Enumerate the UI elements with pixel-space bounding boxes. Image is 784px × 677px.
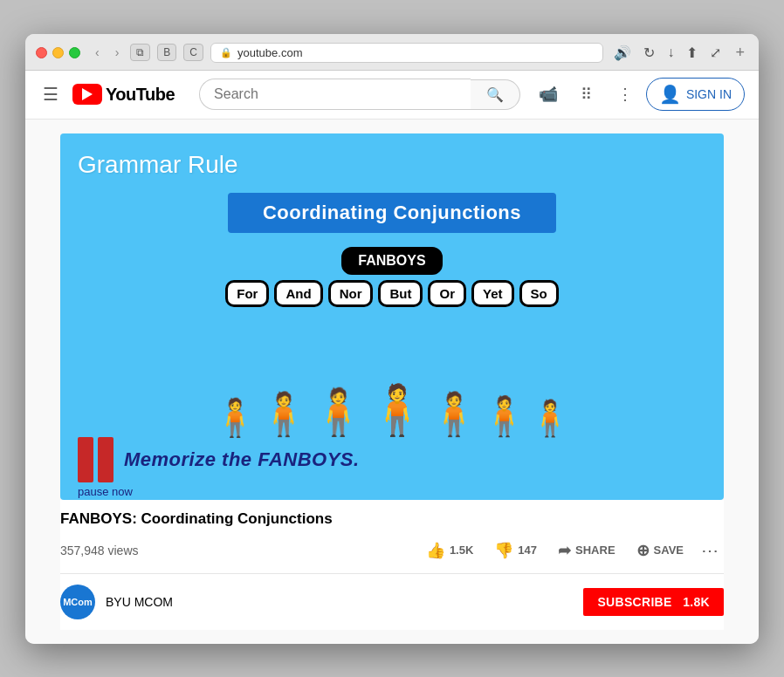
- character-6: 🧍: [480, 393, 528, 439]
- character-2: 🧍: [258, 390, 310, 439]
- pause-bar-1: [78, 437, 93, 482]
- video-scene: 🧍 🧍 🧍 🧍 🧍 🧍 🧍: [60, 238, 724, 439]
- subscribe-label: SUBSCRIBE: [597, 595, 671, 609]
- share-icon: ➦: [558, 541, 571, 560]
- fullscreen-button[interactable]: ⤢: [706, 43, 725, 63]
- create-icon: 📹: [539, 85, 558, 104]
- channel-avatar[interactable]: MCom: [60, 585, 95, 619]
- browser-window: ‹ › ⧉ B C 🔒 🔊 ↻ ↓ ⬆ ⤢ + ☰ YouTube �: [25, 34, 759, 644]
- dislike-button[interactable]: 👎 147: [485, 536, 546, 565]
- speaker-button[interactable]: 🔊: [610, 43, 635, 63]
- subscribe-button[interactable]: SUBSCRIBE 1.8K: [583, 588, 724, 616]
- forward-button[interactable]: ›: [111, 44, 124, 61]
- back-button[interactable]: ‹: [91, 44, 104, 61]
- avatar-text: MCom: [63, 597, 93, 607]
- video-views: 357,948 views: [60, 544, 139, 557]
- more-actions-button[interactable]: ⋯: [696, 535, 724, 566]
- coordinating-box: Coordinating Conjunctions: [228, 193, 556, 233]
- channel-name[interactable]: BYU MCOM: [106, 595, 173, 609]
- character-7: 🧍: [528, 398, 572, 439]
- title-bar: ‹ › ⧉ B C 🔒 🔊 ↻ ↓ ⬆ ⤢ +: [25, 34, 759, 71]
- extension1-button[interactable]: B: [157, 44, 176, 61]
- lock-icon: 🔒: [220, 47, 232, 58]
- youtube-logo-text: YouTube: [106, 85, 175, 105]
- sign-in-button[interactable]: 👤 SIGN IN: [646, 78, 745, 111]
- apps-icon: ⠿: [581, 85, 592, 104]
- dislike-count: 147: [518, 544, 537, 557]
- address-bar-wrapper: 🔒: [210, 43, 603, 63]
- extension2-button[interactable]: C: [183, 44, 203, 61]
- toolbar-icons: 🔊 ↻ ↓ ⬆ ⤢: [610, 43, 725, 63]
- channel-left: MCom BYU MCOM: [60, 585, 173, 619]
- share-button[interactable]: ⬆: [683, 43, 701, 63]
- save-button[interactable]: ⊕ SAVE: [628, 536, 692, 565]
- more-icon: ⋮: [617, 85, 633, 104]
- reload-button[interactable]: ↻: [640, 43, 658, 63]
- new-tab-button[interactable]: +: [732, 44, 748, 62]
- character-1: 🧍: [212, 396, 258, 439]
- youtube-navbar: ☰ YouTube 🔍 📹 ⠿ ⋮ 👤 SIGN: [25, 71, 759, 120]
- search-button[interactable]: 🔍: [471, 79, 520, 110]
- dislike-icon: 👎: [494, 541, 513, 560]
- like-button[interactable]: 👍 1.5K: [417, 536, 482, 565]
- character-4: 🧍: [367, 381, 428, 439]
- search-icon: 🔍: [486, 87, 504, 102]
- search-form: 🔍: [199, 79, 520, 110]
- more-button[interactable]: ⋮: [608, 77, 643, 112]
- video-player[interactable]: Grammar Rule Coordinating Conjunctions F…: [60, 133, 724, 500]
- nav-right: 📹 ⠿ ⋮ 👤 SIGN IN: [531, 77, 745, 112]
- menu-button[interactable]: ☰: [39, 80, 62, 108]
- maximize-button[interactable]: [69, 47, 80, 58]
- video-actions: 👍 1.5K 👎 147 ➦ SHARE ⊕ SAVE: [417, 535, 724, 566]
- main-content: Grammar Rule Coordinating Conjunctions F…: [25, 120, 759, 644]
- search-input[interactable]: [199, 79, 471, 110]
- pause-container: pause now: [78, 437, 113, 482]
- address-input[interactable]: [237, 46, 594, 59]
- video-title: FANBOYS: Coordinating Conjunctions: [60, 510, 724, 528]
- save-icon: ⊕: [636, 541, 650, 560]
- share-button[interactable]: ➦ SHARE: [549, 536, 624, 565]
- pause-icon: [78, 437, 113, 482]
- subscriber-count: 1.8K: [683, 595, 710, 609]
- like-icon: 👍: [426, 541, 445, 560]
- divider: [60, 573, 724, 574]
- video-bottom-bar: pause now Memorize the FANBOYS.: [78, 437, 360, 482]
- traffic-lights: [36, 47, 80, 58]
- share-label: SHARE: [575, 544, 616, 557]
- download-button[interactable]: ↓: [664, 43, 677, 62]
- memorize-text: Memorize the FANBOYS.: [124, 448, 360, 471]
- apps-button[interactable]: ⠿: [569, 77, 604, 112]
- save-label: SAVE: [654, 544, 684, 557]
- video-meta-row: 357,948 views 👍 1.5K 👎 147 ➦ SHARE: [60, 535, 724, 566]
- youtube-logo-icon: [72, 84, 102, 105]
- user-icon: 👤: [659, 84, 681, 105]
- video-info: FANBOYS: Coordinating Conjunctions 357,9…: [60, 500, 724, 630]
- tab-icon[interactable]: ⧉: [130, 44, 150, 61]
- close-button[interactable]: [36, 47, 47, 58]
- character-5: 🧍: [428, 390, 480, 439]
- like-count: 1.5K: [450, 544, 473, 557]
- channel-row: MCom BYU MCOM SUBSCRIBE 1.8K: [60, 581, 724, 623]
- grammar-rule-title: Grammar Rule: [78, 151, 238, 179]
- youtube-logo[interactable]: YouTube: [72, 84, 175, 105]
- sign-in-label: SIGN IN: [686, 87, 732, 101]
- play-triangle: [82, 88, 93, 100]
- pause-bar-2: [98, 437, 113, 482]
- minimize-button[interactable]: [52, 47, 64, 58]
- character-3: 🧍: [310, 386, 367, 439]
- pause-label: pause now: [78, 485, 133, 498]
- create-button[interactable]: 📹: [531, 77, 566, 112]
